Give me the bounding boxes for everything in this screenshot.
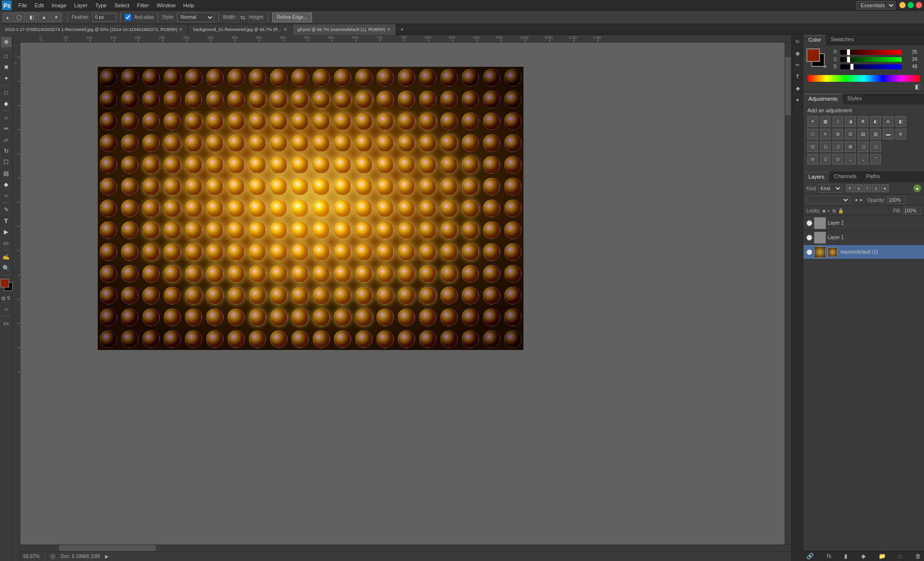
menu-type[interactable]: Type — [91, 1, 111, 9]
menu-select[interactable]: Select — [111, 1, 134, 9]
history-brush-tool[interactable]: ↻ — [1, 146, 12, 156]
anti-alias-checkbox[interactable] — [125, 14, 131, 20]
filter-type-icon[interactable]: T — [864, 184, 871, 192]
r-slider-track[interactable] — [840, 50, 902, 55]
move-tool[interactable]: ✥ — [1, 37, 12, 47]
adj-extra6-icon[interactable]: ⍂ — [870, 141, 881, 152]
side-brush-icon[interactable]: ✏ — [793, 60, 803, 70]
layer-delete-icon[interactable]: 🗑 — [915, 553, 921, 560]
screen-mode-btn[interactable]: ▭ — [1, 318, 12, 329]
eraser-tool[interactable]: ☐ — [1, 157, 12, 167]
g-slider-track[interactable] — [840, 57, 902, 62]
layers-tab[interactable]: Layers — [804, 172, 829, 182]
healing-brush-tool[interactable]: ○ — [1, 112, 12, 123]
layer-folder-icon[interactable]: 📁 — [879, 553, 886, 560]
adj-extra5-icon[interactable]: ⌹ — [858, 141, 868, 152]
quick-mask-btn[interactable]: ○ — [1, 304, 12, 315]
adj-brightness-icon[interactable]: ☀ — [807, 116, 818, 127]
filter-adj-icon[interactable]: A — [855, 184, 863, 192]
marquee-tool[interactable]: □ — [1, 51, 12, 61]
side-adj-icon[interactable]: ◆ — [793, 83, 803, 93]
layer-2-visibility[interactable]: 👁 — [806, 220, 812, 226]
b-slider-thumb[interactable] — [850, 63, 854, 70]
adj-levels-icon[interactable]: ▦ — [820, 116, 831, 127]
dodge-tool[interactable]: ○ — [1, 190, 12, 201]
lasso-tool[interactable]: ✖ — [1, 62, 12, 73]
layer-1-visibility[interactable]: 👁 — [806, 235, 812, 241]
adj-extra9-icon[interactable]: ⊙ — [833, 154, 843, 165]
tool-options-btn4[interactable]: ▲ — [38, 13, 50, 22]
adjustments-tab[interactable]: Adjustments — [804, 94, 843, 105]
adj-colorlookup-icon[interactable]: ⊞ — [833, 129, 843, 139]
path-select-tool[interactable]: ▶ — [1, 227, 12, 237]
tab-2[interactable]: background_01-Recovered.jpg @ 66.7% (R..… — [188, 24, 292, 35]
minimize-button[interactable] — [899, 2, 906, 8]
adj-extra7-icon[interactable]: ⊘ — [807, 154, 818, 165]
paths-tab[interactable]: Paths — [862, 172, 885, 182]
hand-tool[interactable]: ✍ — [1, 252, 12, 262]
adj-extra12-icon[interactable]: ⌝ — [870, 154, 881, 165]
canvas-area[interactable]: 0 50 100 150 200 250 300 350 400 — [13, 35, 791, 561]
crop-tool[interactable]: □ — [1, 87, 12, 98]
horizontal-scrollbar[interactable] — [20, 545, 791, 551]
swatches-tab[interactable]: Swatches — [826, 35, 859, 45]
filter-shape-icon[interactable]: S — [872, 184, 880, 192]
menu-help[interactable]: Help — [179, 1, 198, 9]
adj-photofilter-icon[interactable]: ⬡ — [807, 129, 818, 139]
layer-link-icon[interactable]: 🔗 — [806, 553, 814, 560]
r-slider-thumb[interactable] — [847, 49, 850, 56]
gradient-tool[interactable]: ▤ — [1, 168, 12, 179]
tool-options-btn3[interactable]: ◧ — [26, 13, 37, 22]
adj-extra2-icon[interactable]: ⌸ — [820, 141, 831, 152]
vertical-scrollbar[interactable] — [785, 43, 791, 545]
layer-fx-icon[interactable]: fx — [827, 553, 831, 560]
tool-options-btn2[interactable]: ◯ — [13, 13, 25, 22]
swap-icon[interactable]: ⇆ — [240, 14, 245, 21]
next-blend-icon[interactable]: ► — [859, 197, 864, 202]
layer-item-2[interactable]: 👁 Layer 2 — [804, 216, 924, 230]
adj-extra8-icon[interactable]: ⍃ — [820, 154, 831, 165]
layer-adj-icon[interactable]: ◆ — [861, 553, 865, 560]
layer-new-icon[interactable]: □ — [899, 553, 902, 560]
swap-colors-icon[interactable]: ⇅ — [7, 296, 11, 301]
blend-mode-select[interactable]: Normal — [806, 196, 850, 204]
adj-blackwhite-icon[interactable]: ◧ — [895, 116, 906, 127]
blur-tool[interactable]: ◆ — [1, 179, 12, 190]
adj-selectivecolor-icon[interactable]: ⊛ — [895, 129, 906, 139]
layer-kind-select[interactable]: Kind — [818, 184, 842, 193]
adj-vibrance-icon[interactable]: ❋ — [858, 116, 868, 127]
adj-huesat-icon[interactable]: ◐ — [870, 116, 881, 127]
side-view-icon[interactable]: ◉ — [793, 48, 803, 58]
brush-tool[interactable]: ✏ — [1, 123, 12, 134]
feather-input[interactable] — [92, 13, 117, 22]
fill-input[interactable] — [903, 207, 921, 214]
adj-posterize-icon[interactable]: ▤ — [858, 129, 868, 139]
eyedropper-tool[interactable]: ◆ — [1, 98, 12, 109]
style-select[interactable]: Normal Fixed Ratio Fixed Size — [177, 13, 214, 22]
lock-all-icon[interactable]: 🔒 — [838, 208, 844, 213]
tool-options-btn5[interactable]: ✦ — [51, 13, 61, 22]
new-tab-button[interactable]: + — [396, 26, 407, 33]
tab-1-close[interactable]: ✕ — [179, 27, 183, 32]
maximize-button[interactable] — [908, 2, 914, 8]
vscroll-thumb[interactable] — [785, 57, 791, 115]
layer-maxres-visibility[interactable]: 👁 — [806, 249, 812, 255]
tab-3[interactable]: gif.psd @ 66.7% (maxresdefault (1), RGB/… — [293, 24, 397, 35]
fg-color-chip[interactable] — [806, 48, 820, 62]
tab-1[interactable]: 2015-1-27-37085240203274 1-Recovered.jpg… — [0, 24, 188, 35]
tab-3-close[interactable]: ✕ — [387, 27, 391, 32]
layer-mask-icon[interactable]: ▮ — [844, 553, 848, 560]
menu-layer[interactable]: Layer — [70, 1, 91, 9]
pen-tool[interactable]: ✎ — [1, 204, 12, 215]
shape-tool[interactable]: ▭ — [1, 238, 12, 248]
adj-curves-icon[interactable]: ⌇ — [833, 116, 843, 127]
type-tool[interactable]: T — [1, 215, 12, 226]
adj-gradientmap-icon[interactable]: ▬ — [883, 129, 894, 139]
side-type-icon[interactable]: T — [793, 72, 803, 81]
lock-pos-icon[interactable]: + — [827, 208, 830, 213]
menu-filter[interactable]: Filter — [133, 1, 152, 9]
channels-tab[interactable]: Channels — [829, 172, 861, 182]
side-rotate-icon[interactable]: ↻ — [793, 37, 803, 46]
quick-select-tool[interactable]: ✦ — [1, 73, 12, 84]
adj-exposure-icon[interactable]: ◑ — [845, 116, 856, 127]
